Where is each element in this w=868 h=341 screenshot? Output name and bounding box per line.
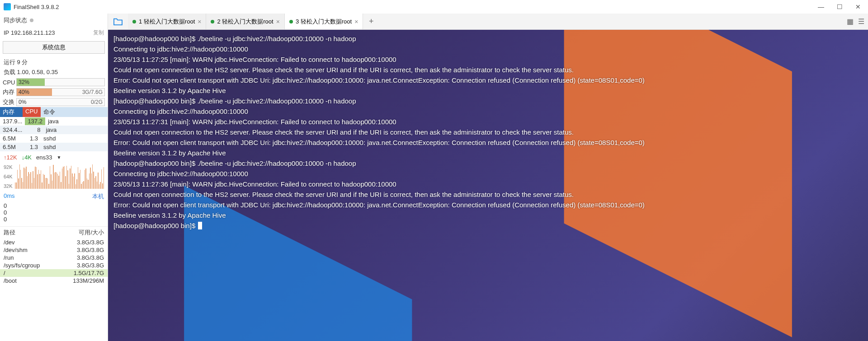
uptime: 运行 9 分 <box>0 57 108 67</box>
minimize-button[interactable]: — <box>818 3 824 10</box>
close-tab-icon[interactable]: × <box>354 18 358 25</box>
mem-pct: 40% <box>19 89 29 95</box>
tab-right-controls: ▦ ☰ <box>847 14 868 29</box>
mem-rt: 3G/7.6G <box>82 89 103 95</box>
tab-bar: 1 轻松入门大数据root×2 轻松入门大数据root×3 轻松入门大数据roo… <box>108 14 868 30</box>
dropdown-icon[interactable]: ▼ <box>57 155 61 160</box>
latency-host[interactable]: 本机 <box>92 192 104 201</box>
disk-header: 路径 可用/大小 <box>0 226 108 238</box>
cpu-pct: 32% <box>19 79 29 85</box>
disk-row[interactable]: /1.5G/17.7G <box>0 269 108 277</box>
swap-rt: 0/2G <box>91 99 103 105</box>
new-tab-button[interactable]: + <box>363 14 379 29</box>
grid-icon[interactable]: ▦ <box>847 17 854 26</box>
proc-head-cmd[interactable]: 命令 <box>41 107 108 117</box>
ip-label: IP <box>4 29 9 36</box>
disk-head-size: 可用/大小 <box>79 229 104 237</box>
process-row[interactable]: 6.5M1.3sshd <box>0 143 108 151</box>
window-controls: — ☐ ✕ <box>818 3 864 10</box>
close-tab-icon[interactable]: × <box>198 18 201 25</box>
process-row[interactable]: 6.5M1.3sshd <box>0 134 108 143</box>
folder-icon[interactable] <box>108 14 128 29</box>
tab[interactable]: 1 轻松入门大数据root× <box>128 14 206 29</box>
disk-head-path: 路径 <box>4 229 15 237</box>
maximize-button[interactable]: ☐ <box>837 3 843 10</box>
mem-meter: 内存 40%3G/7.6G <box>0 87 108 97</box>
terminal[interactable]: [hadoop@hadoop000 bin]$ ./beeline -u jdb… <box>108 30 868 341</box>
latency-row: 0ms 本机 <box>0 191 108 202</box>
swap-meter: 交换 0%0/2G <box>0 97 108 107</box>
mem-label: 内存 <box>3 88 16 96</box>
app-title: FinalShell 3.9.8.2 <box>14 4 59 10</box>
proc-head-mem[interactable]: 内存 <box>0 107 23 117</box>
sync-dot-icon <box>30 19 33 22</box>
swap-label: 交换 <box>3 98 16 106</box>
content: 1 轻松入门大数据root×2 轻松入门大数据root×3 轻松入门大数据roo… <box>108 14 868 341</box>
net-up: ↑12K <box>4 154 17 161</box>
status-dot-icon <box>132 20 136 23</box>
process-row[interactable]: 324.4...8java <box>0 126 108 134</box>
process-list: 137.9...137.2java324.4...8java6.5M1.3ssh… <box>0 117 108 151</box>
net-iface[interactable]: ens33 <box>36 154 52 161</box>
disk-row[interactable]: /run3.8G/3.8G <box>0 254 108 262</box>
process-row[interactable]: 137.9...137.2java <box>0 117 108 126</box>
status-dot-icon <box>289 20 293 23</box>
loadavg: 负载 1.00, 0.58, 0.35 <box>0 67 108 77</box>
tab-label: 1 轻松入门大数据root <box>139 18 195 26</box>
tab[interactable]: 2 轻松入门大数据root× <box>206 14 284 29</box>
sysinfo-button-wrap: 系统信息 <box>3 41 105 54</box>
sidebar: 同步状态 IP 192.168.211.123 复制 系统信息 运行 9 分 负… <box>0 14 108 341</box>
disk-row[interactable]: /boot133M/296M <box>0 277 108 285</box>
tab-label: 2 轻松入门大数据root <box>217 18 273 26</box>
swap-pct: 0% <box>19 99 26 105</box>
network-row: ↑12K ↓4K ens33 ▼ <box>0 151 108 163</box>
tab[interactable]: 3 轻松入门大数据root× <box>285 14 363 29</box>
process-header: 内存 CPU 命令 <box>0 107 108 117</box>
network-graph: 92K64K32K <box>0 163 108 191</box>
latency-list: 000 <box>0 202 108 223</box>
disk-row[interactable]: /dev3.8G/3.8G <box>0 238 108 246</box>
ip-row: IP 192.168.211.123 复制 <box>0 27 108 40</box>
main: 同步状态 IP 192.168.211.123 复制 系统信息 运行 9 分 负… <box>0 14 868 341</box>
close-button[interactable]: ✕ <box>855 3 861 10</box>
close-tab-icon[interactable]: × <box>276 18 280 25</box>
app-logo-icon <box>4 3 11 10</box>
cpu-label: CPU <box>3 79 16 86</box>
disk-row[interactable]: /sys/fs/cgroup3.8G/3.8G <box>0 262 108 269</box>
terminal-output: [hadoop@hadoop000 bin]$ ./beeline -u jdb… <box>113 33 863 231</box>
disk-list: /dev3.8G/3.8G/dev/shm3.8G/3.8G/run3.8G/3… <box>0 238 108 285</box>
menu-icon[interactable]: ☰ <box>858 17 864 26</box>
titlebar: FinalShell 3.9.8.2 — ☐ ✕ <box>0 0 868 14</box>
tab-label: 3 轻松入门大数据root <box>296 18 352 26</box>
net-down: ↓4K <box>22 154 32 161</box>
latency-ms: 0ms <box>4 192 15 201</box>
proc-head-cpu[interactable]: CPU <box>23 107 41 117</box>
sysinfo-button[interactable]: 系统信息 <box>3 41 105 54</box>
ip-value: 192.168.211.123 <box>11 29 55 36</box>
cpu-meter: CPU 32% <box>0 77 108 87</box>
sync-status: 同步状态 <box>0 14 108 27</box>
disk-row[interactable]: /dev/shm3.8G/3.8G <box>0 246 108 254</box>
status-dot-icon <box>211 20 214 23</box>
copy-button[interactable]: 复制 <box>93 29 104 37</box>
sync-label: 同步状态 <box>4 16 27 24</box>
